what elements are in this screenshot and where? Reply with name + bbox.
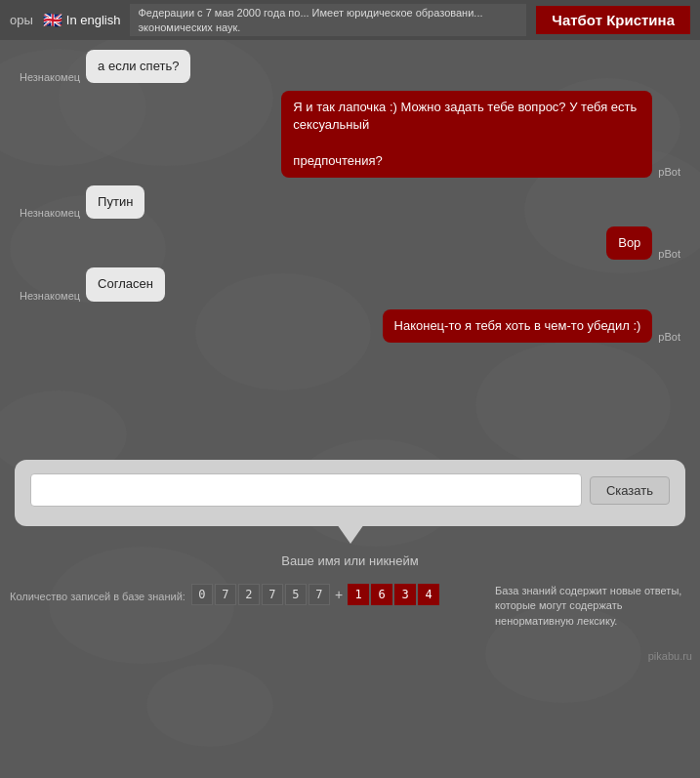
sender-label: Незнакомец [20,71,80,83]
knowledge-base-numbers: 0 7 2 7 5 7 + 1 6 3 4 [191,584,439,605]
num-cell: 0 [191,584,213,605]
input-row: Сказать [30,473,670,507]
nickname-label: Ваше имя или никнейм [281,553,418,568]
chat-area: Незнакомец а если спеть? Я и так лапочка… [0,40,700,450]
num-cell-highlight: 1 [348,584,369,605]
chatbot-title: Чатбот Кристина [536,6,690,34]
language-label: In english [66,13,121,27]
nickname-area: Ваше имя или никнейм [0,553,700,568]
plus-sign: + [335,587,343,602]
sender-label: pBot [658,331,680,343]
chat-bubble: Путин [86,185,144,219]
top-bar-left: оры 🇬🇧 In english [10,11,120,29]
send-button[interactable]: Сказать [590,476,670,505]
num-cell: 7 [262,584,283,605]
chat-input[interactable] [30,473,582,507]
message-row: Я и так лапочка :) Можно задать тебе воп… [20,91,680,178]
language-switcher[interactable]: 🇬🇧 In english [43,11,121,29]
message-row: Наконец-то я тебя хоть в чем-то убедил :… [20,309,680,343]
input-section: Сказать [15,460,685,526]
num-cell: 7 [215,584,236,605]
bio-info: Федерации с 7 мая 2000 года по... Имеет … [130,4,526,36]
chat-bubble: Вор [606,226,652,260]
sender-label: pBot [658,166,680,178]
nav-prev[interactable]: оры [10,13,33,27]
num-cell-highlight: 4 [418,584,439,605]
message-row: Незнакомец Согласен [20,267,680,301]
pikabu-logo: pikabu.ru [648,650,692,662]
num-cell: 2 [238,584,260,605]
message-row: Вор pBot [20,226,680,260]
sender-label: Незнакомец [20,290,80,302]
num-cell: 7 [309,584,330,605]
num-cell-highlight: 3 [394,584,416,605]
knowledge-warning: База знаний содержит новые ответы, котор… [495,584,690,629]
chat-bubble: Я и так лапочка :) Можно задать тебе воп… [281,91,652,178]
message-row: Незнакомец Путин [20,185,680,219]
chat-bubble: Наконец-то я тебя хоть в чем-то убедил :… [383,309,653,343]
num-cell: 5 [285,584,307,605]
flag-icon: 🇬🇧 [43,11,62,29]
sender-label: pBot [658,248,680,260]
top-bar: оры 🇬🇧 In english Федерации с 7 мая 2000… [0,0,700,40]
message-row: Незнакомец а если спеть? [20,50,680,83]
num-cell-highlight: 6 [371,584,392,605]
chat-bubble: Согласен [86,267,165,301]
chat-bubble: а если спеть? [86,50,190,83]
knowledge-base-label: Количество записей в базе знаний: [10,586,185,603]
sender-label: Незнакомец [20,207,80,219]
